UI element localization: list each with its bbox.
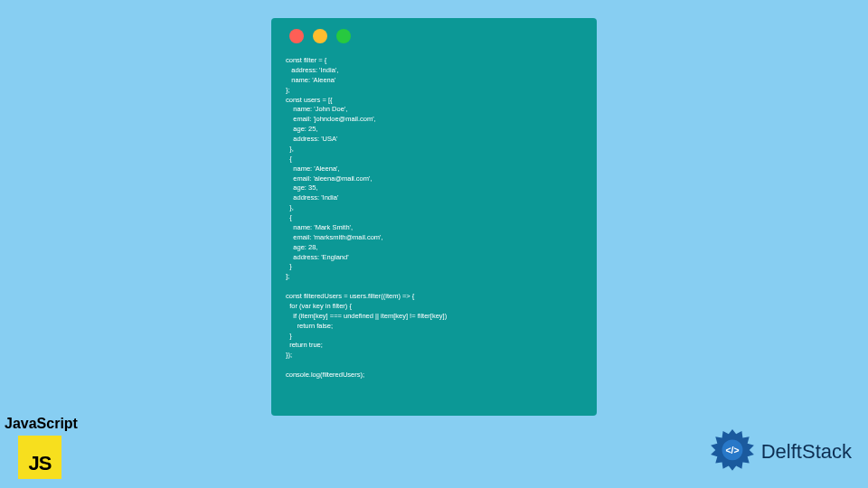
javascript-logo-text: JS	[29, 452, 52, 475]
javascript-label: JavaScript	[5, 416, 78, 432]
minimize-icon	[313, 29, 327, 43]
maximize-icon	[336, 29, 351, 43]
window-controls	[286, 29, 582, 43]
svg-text:</>: </>	[725, 446, 739, 455]
close-icon	[289, 29, 304, 43]
javascript-logo-icon: JS	[18, 436, 61, 479]
delftstack-text: DelftStack	[761, 440, 852, 464]
code-window: const filter = { address: 'India', name:…	[271, 18, 597, 416]
code-snippet: const filter = { address: 'India', name:…	[286, 56, 582, 380]
delftstack-brand: </> DelftStack	[709, 428, 852, 475]
delftstack-logo-icon: </>	[709, 428, 756, 475]
